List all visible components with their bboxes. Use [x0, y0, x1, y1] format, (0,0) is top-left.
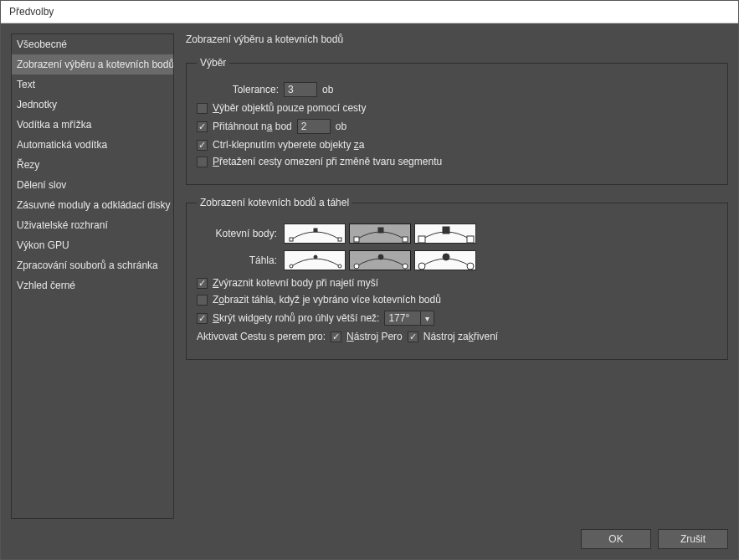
hidecorner-row: Skrýt widgety rohů pro úhly větší než:	[197, 311, 717, 326]
svg-rect-8	[467, 236, 474, 243]
handles-size-option[interactable]	[414, 250, 476, 270]
svg-point-14	[403, 264, 408, 269]
snap-checkbox[interactable]	[197, 121, 208, 132]
ctrlclick-checkbox[interactable]	[197, 140, 208, 151]
hidecorner-checkbox[interactable]	[197, 313, 208, 324]
category-sidebar: VšeobecnéZobrazení výběru a kotevních bo…	[11, 33, 174, 519]
svg-point-12	[354, 264, 359, 269]
snap-unit: ob	[336, 121, 346, 132]
snap-input[interactable]	[297, 119, 331, 134]
anchor-size-label: Kotevní body:	[197, 228, 277, 239]
anchor-size-option[interactable]	[414, 223, 476, 244]
dialog-buttons: OK Zrušit	[11, 519, 728, 549]
anchor-size-option[interactable]	[349, 223, 411, 244]
ok-button[interactable]: OK	[581, 529, 651, 549]
drag-constrain-label[interactable]: Přetažení cesty omezení při změně tvaru …	[213, 156, 442, 167]
ctrlclick-row: Ctrl-klepnutím vyberete objekty za	[197, 139, 717, 151]
sidebar-item[interactable]: Uživatelské rozhraní	[12, 215, 173, 235]
handles-size-options	[284, 250, 476, 270]
tolerance-label: Tolerance:	[218, 84, 279, 95]
handles-size-option[interactable]	[284, 250, 346, 270]
rb-pen-label[interactable]: Nástroj Pero	[346, 331, 403, 342]
tolerance-unit: ob	[322, 84, 333, 95]
tolerance-row: Tolerance: ob	[218, 82, 717, 97]
showhandles-checkbox[interactable]	[197, 295, 208, 306]
handles-size-row: Táhla:	[197, 250, 717, 270]
rb-pen-checkbox[interactable]	[331, 331, 341, 342]
drag-constrain-row: Přetažení cesty omezení při změně tvaru …	[197, 156, 717, 167]
selection-group: Výběr Tolerance: ob Výběr objektů pouze …	[186, 57, 728, 185]
rubberband-row: Aktivovat Cestu s perem pro: Nástroj Per…	[197, 331, 717, 342]
showhandles-row: Zobrazit táhla, když je vybráno více kot…	[197, 294, 717, 306]
rb-curve-checkbox[interactable]	[408, 331, 418, 342]
svg-point-16	[443, 254, 449, 260]
sidebar-item[interactable]: Jednotky	[12, 95, 173, 115]
hidecorner-angle-dropdown[interactable]	[421, 311, 434, 326]
hidecorner-angle-input[interactable]	[384, 311, 421, 326]
svg-rect-6	[418, 236, 425, 243]
anchor-size-row: Kotevní body:	[197, 223, 717, 244]
svg-point-9	[290, 265, 293, 268]
sidebar-item[interactable]: Výkon GPU	[12, 235, 173, 255]
svg-rect-0	[290, 238, 293, 241]
cancel-button[interactable]: Zrušit	[658, 529, 728, 549]
preferences-window: Předvolby VšeobecnéZobrazení výběru a ko…	[0, 0, 739, 560]
anchor-size-option[interactable]	[284, 223, 346, 244]
sidebar-item[interactable]: Dělení slov	[12, 175, 173, 195]
sidebar-item[interactable]: Vodítka a mřížka	[12, 115, 173, 135]
svg-point-10	[314, 255, 317, 259]
sidebar-item[interactable]: Automatická vodítka	[12, 135, 173, 155]
svg-point-17	[467, 263, 474, 270]
dialog-body: VšeobecnéZobrazení výběru a kotevních bo…	[1, 23, 738, 559]
svg-point-11	[338, 265, 341, 268]
content-heading: Zobrazení výběru a kotevních bodů	[186, 33, 728, 45]
sidebar-item[interactable]: Zpracování souborů a schránka	[12, 255, 173, 275]
snap-label[interactable]: Přitáhnout na bod	[213, 121, 292, 132]
content-pane: Zobrazení výběru a kotevních bodů Výběr …	[186, 33, 728, 519]
svg-rect-3	[354, 237, 359, 242]
svg-rect-7	[443, 227, 449, 234]
selection-legend: Výběr	[197, 57, 229, 69]
sidebar-item[interactable]: Řezy	[12, 155, 173, 175]
handles-size-label: Táhla:	[197, 254, 277, 266]
svg-rect-5	[403, 237, 408, 242]
svg-point-13	[378, 254, 383, 259]
anchors-group: Zobrazení kotevních bodů a táhel Kotevní…	[186, 197, 728, 360]
svg-rect-1	[314, 229, 317, 232]
highlight-checkbox[interactable]	[197, 278, 208, 289]
path-only-row: Výběr objektů pouze pomocí cesty	[197, 102, 717, 114]
hidecorner-label[interactable]: Skrýt widgety rohů pro úhly větší než:	[213, 312, 379, 324]
svg-point-15	[418, 263, 425, 270]
drag-constrain-checkbox[interactable]	[197, 157, 208, 167]
path-only-label[interactable]: Výběr objektů pouze pomocí cesty	[213, 102, 366, 114]
sidebar-item[interactable]: Všeobecné	[12, 34, 173, 54]
highlight-row: Zvýraznit kotevní body při najetí myší	[197, 277, 717, 289]
rubberband-label: Aktivovat Cestu s perem pro:	[197, 331, 326, 342]
handles-size-option[interactable]	[349, 250, 411, 270]
highlight-label[interactable]: Zvýraznit kotevní body při najetí myší	[213, 277, 378, 289]
svg-rect-2	[338, 238, 341, 241]
tolerance-input[interactable]	[284, 82, 317, 97]
snap-row: Přitáhnout na bod ob	[197, 119, 717, 134]
titlebar: Předvolby	[1, 1, 738, 23]
showhandles-label[interactable]: Zobrazit táhla, když je vybráno více kot…	[213, 294, 441, 306]
sidebar-item[interactable]: Vzhled černé	[12, 275, 173, 295]
sidebar-item[interactable]: Text	[12, 74, 173, 95]
sidebar-item[interactable]: Zobrazení výběru a kotevních bodů	[12, 54, 173, 74]
path-only-checkbox[interactable]	[197, 103, 208, 114]
svg-rect-4	[378, 228, 383, 233]
window-title: Předvolby	[9, 6, 54, 18]
ctrlclick-label[interactable]: Ctrl-klepnutím vyberete objekty za	[213, 139, 364, 151]
anchor-size-options	[284, 223, 476, 244]
sidebar-item[interactable]: Zásuvné moduly a odkládací disky	[12, 195, 173, 215]
rb-curve-label[interactable]: Nástroj zakřivení	[423, 331, 498, 342]
anchors-legend: Zobrazení kotevních bodů a táhel	[197, 197, 352, 208]
